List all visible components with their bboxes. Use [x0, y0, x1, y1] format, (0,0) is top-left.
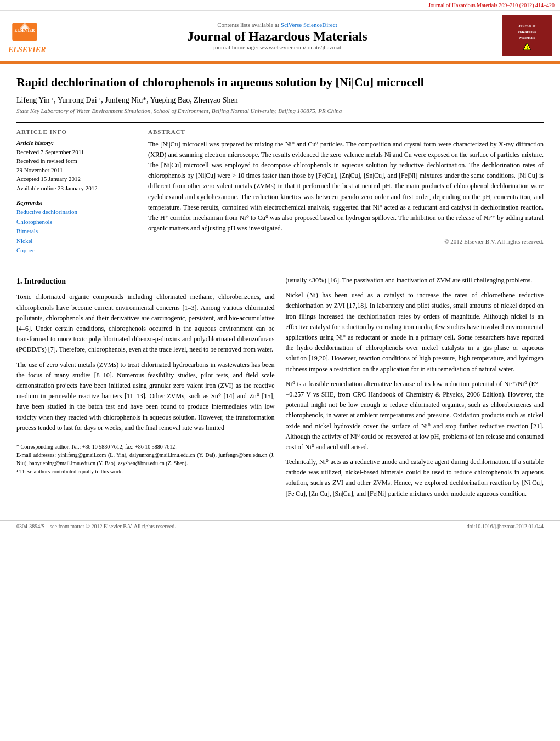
journal-homepage: journal homepage: www.elsevier.com/locat… — [52, 44, 502, 50]
svg-text:!: ! — [527, 45, 528, 50]
authors-text: Lifeng Yin ¹, Yunrong Dai ¹, Junfeng Niu… — [16, 96, 238, 104]
body-right-para-3: Ni⁰ is a feasible remediation alternativ… — [286, 379, 544, 452]
body-right-para-4: Technically, Ni⁰ acts as a reductive ano… — [286, 457, 544, 499]
bottom-bar: 0304-3894/$ – see front matter © 2012 El… — [0, 520, 560, 532]
article-title: Rapid dechlorination of chlorophenols in… — [16, 75, 544, 90]
accepted: Accepted 15 January 2012 — [16, 174, 128, 184]
article-info-col: ARTICLE INFO Article history: Received 7… — [16, 128, 137, 256]
received2-date: 29 November 2011 — [16, 166, 128, 175]
hazardous-logo-icon: Journal of Hazardous Materials ! — [505, 18, 549, 54]
keyword-3: Bimetals — [16, 227, 128, 236]
intro-para-1: Toxic chlorinated organic compounds incl… — [16, 292, 275, 355]
elsevier-wordmark: ELSEVIER — [8, 46, 46, 54]
abstract-text: The [Ni|Cu] microcell was prepared by mi… — [148, 139, 544, 234]
journal-citation: Journal of Hazardous Materials 209–210 (… — [428, 2, 555, 8]
svg-text:Journal of: Journal of — [519, 24, 536, 28]
history-label: Article history: — [16, 139, 128, 146]
svg-text:Materials: Materials — [519, 36, 535, 40]
abstract-col: ABSTRACT The [Ni|Cu] microcell was prepa… — [148, 128, 544, 256]
main-content: Rapid dechlorination of chlorophenols in… — [0, 64, 560, 520]
body-columns: 1. Introduction Toxic chlorinated organi… — [16, 270, 544, 509]
received2: Received in revised form — [16, 156, 128, 166]
footnote-corresponding: * Corresponding author. Tel.: +86 10 588… — [16, 443, 275, 451]
body-right-para-2: Nickel (Ni) has been used as a catalyst … — [286, 290, 544, 375]
journal-title-block: Contents lists available at SciVerse Sci… — [52, 21, 502, 50]
elsevier-logo: ELSEVIER ELSEVIER — [8, 18, 52, 54]
body-col-left: 1. Introduction Toxic chlorinated organi… — [16, 275, 275, 504]
keywords-label: Keywords: — [16, 199, 128, 206]
body-right-para-1: (usually <30%) [16]. The passivation and… — [286, 275, 544, 286]
keyword-1: Reductive dechlorination — [16, 207, 128, 217]
keyword-2: Chlorophenols — [16, 217, 128, 227]
received1: Received 7 September 2011 — [16, 148, 128, 157]
article-info-abstract: ARTICLE INFO Article history: Received 7… — [16, 122, 544, 256]
abstract-heading: ABSTRACT — [148, 128, 544, 135]
footnote-equal: ¹ These authors contributed equally to t… — [16, 467, 275, 476]
keyword-5: Copper — [16, 246, 128, 256]
journal-top-bar: Journal of Hazardous Materials 209–210 (… — [0, 0, 560, 11]
keywords-section: Keywords: Reductive dechlorination Chlor… — [16, 199, 128, 256]
svg-text:ELSEVIER: ELSEVIER — [15, 29, 35, 33]
affiliation: State Key Laboratory of Water Environmen… — [16, 108, 544, 114]
article-history: Article history: Received 7 September 20… — [16, 139, 128, 193]
contents-link: Contents lists available at SciVerse Sci… — [52, 21, 502, 28]
journal-logo: Journal of Hazardous Materials ! — [502, 15, 552, 56]
available: Available online 23 January 2012 — [16, 184, 128, 193]
intro-heading: 1. Introduction — [16, 275, 275, 287]
issn-text: 0304-3894/$ – see front matter © 2012 El… — [16, 523, 176, 529]
keyword-4: Nickel — [16, 236, 128, 246]
doi-text: doi:10.1016/j.jhazmat.2012.01.044 — [467, 523, 544, 529]
sciverse-link[interactable]: SciVerse ScienceDirect — [281, 21, 337, 28]
svg-text:Hazardous: Hazardous — [518, 30, 536, 34]
footnote-emails: E-mail addresses: yinlifeng@gmail.com (L… — [16, 451, 275, 467]
journal-title: Journal of Hazardous Materials — [52, 29, 502, 44]
elsevier-tree-icon: ELSEVIER — [8, 18, 41, 46]
journal-header: ELSEVIER ELSEVIER Contents lists availab… — [0, 11, 560, 62]
copyright: © 2012 Elsevier B.V. All rights reserved… — [148, 238, 544, 245]
intro-para-2: The use of zero valent metals (ZVMs) to … — [16, 360, 275, 433]
article-info-heading: ARTICLE INFO — [16, 128, 128, 135]
body-col-right: (usually <30%) [16]. The passivation and… — [286, 275, 544, 504]
body-divider — [16, 264, 544, 264]
authors-line: Lifeng Yin ¹, Yunrong Dai ¹, Junfeng Niu… — [16, 96, 544, 105]
footnotes: * Corresponding author. Tel.: +86 10 588… — [16, 439, 275, 476]
